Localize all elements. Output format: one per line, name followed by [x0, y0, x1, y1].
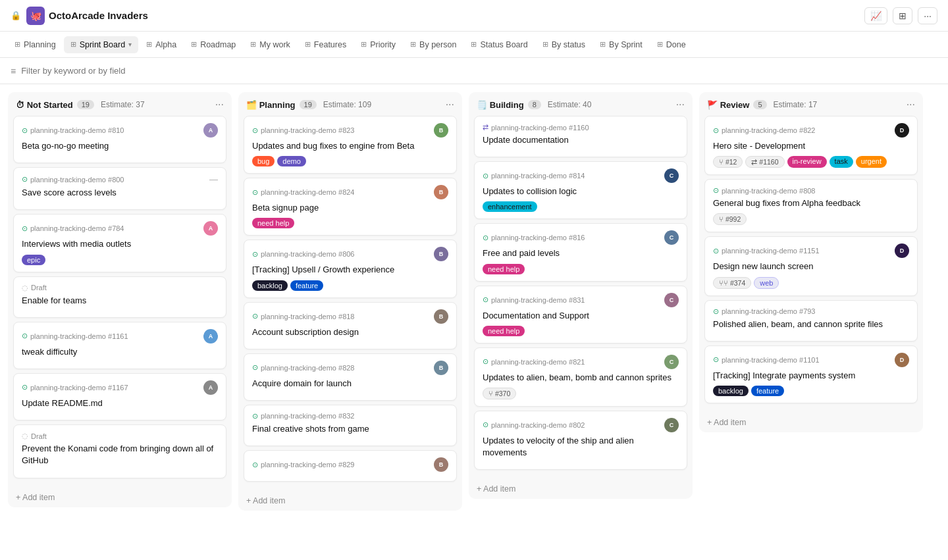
tab-by-status[interactable]: ⊞ By status — [536, 36, 592, 53]
card-tags: backlogfeature — [252, 280, 448, 291]
card-id: ⊙planning-tracking-demo #821 — [483, 357, 585, 366]
card[interactable]: ⊙planning-tracking-demo #831CDocumentati… — [474, 286, 687, 344]
add-item-button[interactable]: + Add item — [469, 479, 693, 499]
card[interactable]: ◌DraftPrevent the Konami code from bring… — [13, 424, 226, 478]
card[interactable]: ⊙planning-tracking-demo #1161Atweak diff… — [13, 322, 226, 369]
tag-demo[interactable]: demo — [277, 156, 306, 166]
card-id-text: planning-tracking-demo #1101 — [722, 356, 820, 364]
tab-planning[interactable]: ⊞ Planning — [8, 36, 63, 53]
card-id-text: planning-tracking-demo #816 — [491, 234, 585, 242]
card[interactable]: ⊙planning-tracking-demo #802CUpdates to … — [474, 411, 687, 470]
card[interactable]: ⇄planning-tracking-demo #1160Update docu… — [474, 116, 687, 157]
tab-roadmap[interactable]: ⊞ Roadmap — [184, 36, 242, 53]
card-tags: need help — [483, 264, 679, 274]
card[interactable]: ⊙planning-tracking-demo #821CUpdates to … — [474, 347, 687, 407]
tab-sprint-board[interactable]: ⊞ Sprint Board ▾ — [64, 36, 138, 53]
tag-need-help[interactable]: need help — [483, 264, 525, 274]
card[interactable]: ⊙planning-tracking-demo #784AInterviews … — [13, 214, 226, 272]
tag-need-help[interactable]: need help — [252, 218, 294, 228]
tag-epic[interactable]: epic — [22, 255, 45, 265]
tag-ref[interactable]: ⑂ #370 — [483, 388, 516, 399]
card-status-icon: ⊙ — [252, 250, 258, 259]
tag-urgent[interactable]: urgent — [856, 156, 887, 168]
tab-priority[interactable]: ⊞ Priority — [354, 36, 402, 53]
card-id: ⊙planning-tracking-demo #1151 — [713, 247, 820, 255]
tag-bug[interactable]: bug — [252, 156, 275, 166]
tag-backlog[interactable]: backlog — [252, 280, 288, 291]
grid-icon-button[interactable]: ⊞ — [893, 7, 912, 24]
card[interactable]: ⊙planning-tracking-demo #1101D[Tracking]… — [704, 345, 918, 403]
card-id-text: planning-tracking-demo #828 — [261, 364, 354, 372]
card[interactable]: ⊙planning-tracking-demo #829B — [244, 450, 457, 482]
card[interactable]: ⊙planning-tracking-demo #1167AUpdate REA… — [13, 373, 226, 420]
card-status-icon: ⊙ — [713, 186, 719, 195]
column-header: ⏱ Not Started19Estimate: 37··· — [8, 92, 232, 116]
tab-icon: ⊞ — [146, 40, 152, 49]
card[interactable]: ⊙planning-tracking-demo #800—Save score … — [13, 167, 226, 210]
tag-feature[interactable]: feature — [751, 386, 784, 396]
card[interactable]: ⊙planning-tracking-demo #818BAccount sub… — [244, 302, 457, 349]
cards-list: ⊙planning-tracking-demo #823BUpdates and… — [238, 116, 462, 491]
card-meta: ⊙planning-tracking-demo #829B — [252, 457, 448, 472]
add-item-button[interactable]: + Add item — [699, 413, 923, 432]
card[interactable]: ⊙planning-tracking-demo #808General bug … — [704, 179, 918, 232]
tag-need-help[interactable]: need help — [483, 326, 525, 336]
logo-icon: 🐙 — [26, 7, 45, 25]
tag-ref[interactable]: ⇄ #1160 — [745, 156, 784, 168]
tag-ref[interactable]: ⑂ #12 — [713, 156, 743, 168]
column-menu-button[interactable]: ··· — [676, 99, 685, 111]
avatar: B — [434, 247, 448, 261]
tag-ref[interactable]: ⑂ #992 — [713, 213, 747, 225]
tab-by-person[interactable]: ⊞ By person — [404, 36, 463, 53]
tab-label: Planning — [24, 40, 56, 49]
tag-enhancement[interactable]: enhancement — [483, 201, 537, 212]
tag-feature[interactable]: feature — [290, 280, 323, 291]
card[interactable]: ⊙planning-tracking-demo #824BBeta signup… — [244, 178, 457, 236]
tag-web[interactable]: web — [754, 277, 779, 289]
chart-icon-button[interactable]: 📈 — [864, 7, 887, 24]
card[interactable]: ⊙planning-tracking-demo #814CUpdates to … — [474, 161, 687, 219]
card[interactable]: ⊙planning-tracking-demo #822DHero site -… — [704, 116, 918, 175]
tab-features[interactable]: ⊞ Features — [298, 36, 353, 53]
card-tags: ⑂⑂ #374web — [713, 277, 909, 289]
avatar: C — [664, 293, 679, 307]
card[interactable]: ⊙planning-tracking-demo #828BAcquire dom… — [244, 353, 457, 401]
card[interactable]: ⊙planning-tracking-demo #1151DDesign new… — [704, 236, 918, 295]
app-logo: 🐙 OctoArcade Invaders — [26, 7, 148, 25]
tab-done[interactable]: ⊞ Done — [650, 36, 693, 53]
card-id-text: planning-tracking-demo #784 — [30, 224, 124, 232]
card-title: Prevent the Konami code from bringing do… — [22, 443, 218, 467]
card-id-text: planning-tracking-demo #829 — [261, 461, 354, 469]
tab-by-sprint[interactable]: ⊞ By Sprint — [593, 36, 649, 53]
column-menu-button[interactable]: ··· — [215, 99, 224, 111]
card-meta: ⊙planning-tracking-demo #1161A — [22, 329, 218, 344]
column-menu-button[interactable]: ··· — [907, 99, 915, 111]
tab-status-board[interactable]: ⊞ Status Board — [464, 36, 534, 53]
card[interactable]: ⊙planning-tracking-demo #806B[Tracking] … — [244, 240, 457, 297]
card[interactable]: ⊙planning-tracking-demo #816CFree and pa… — [474, 223, 687, 281]
card-id-text: planning-tracking-demo #823 — [261, 126, 354, 134]
tab-alpha[interactable]: ⊞ Alpha — [140, 36, 183, 53]
tab-label: By status — [552, 40, 585, 49]
card[interactable]: ⊙planning-tracking-demo #810ABeta go-no-… — [13, 116, 226, 163]
avatar: A — [203, 123, 218, 138]
card-status-icon: ⊙ — [713, 307, 719, 316]
filter-input[interactable] — [21, 66, 937, 76]
card-status-icon: ⊙ — [713, 126, 719, 135]
avatar: C — [664, 230, 679, 245]
tag-task[interactable]: task — [830, 156, 853, 168]
tab-my-work[interactable]: ⊞ My work — [244, 36, 297, 53]
card[interactable]: ⊙planning-tracking-demo #832Final creati… — [244, 405, 457, 446]
tag-backlog[interactable]: backlog — [713, 386, 749, 396]
card-tags: epic — [22, 255, 218, 265]
avatar: B — [434, 361, 448, 375]
add-item-button[interactable]: + Add item — [238, 491, 462, 511]
column-menu-button[interactable]: ··· — [446, 99, 454, 111]
tag-in-review[interactable]: in-review — [787, 156, 827, 168]
more-options-button[interactable]: ··· — [918, 7, 937, 24]
tag-ref[interactable]: ⑂⑂ #374 — [713, 277, 751, 289]
card[interactable]: ◌DraftEnable for teams — [13, 276, 226, 318]
card[interactable]: ⊙planning-tracking-demo #823BUpdates and… — [244, 116, 457, 174]
card[interactable]: ⊙planning-tracking-demo #793Polished ali… — [704, 300, 918, 342]
add-item-button[interactable]: + Add item — [8, 488, 232, 507]
